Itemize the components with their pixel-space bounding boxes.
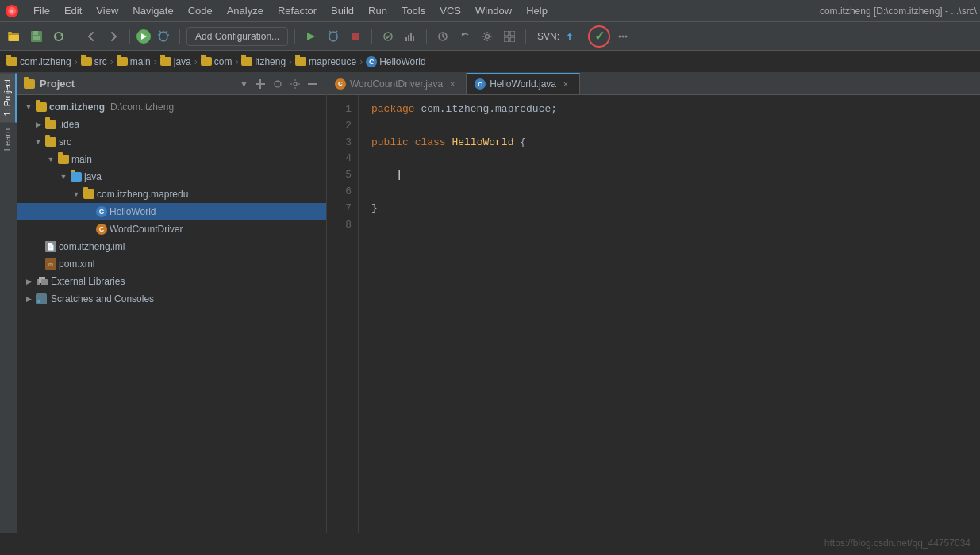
folder-icon: [36, 102, 47, 112]
open-folder-button[interactable]: [5, 27, 24, 46]
breadcrumb-src[interactable]: src: [81, 56, 107, 67]
tree-arrow: [71, 189, 81, 199]
tree-src[interactable]: src: [17, 133, 326, 151]
stop-button[interactable]: [346, 27, 365, 46]
menu-navigate[interactable]: Navigate: [126, 3, 179, 18]
menu-window[interactable]: Window: [469, 3, 518, 18]
tree-arrow: [46, 155, 56, 164]
debug-button[interactable]: [154, 27, 173, 46]
svg-point-31: [619, 35, 621, 37]
tree-wordcountdriver[interactable]: C WordCountDriver: [17, 220, 326, 238]
breadcrumb-com[interactable]: com: [201, 56, 233, 67]
breadcrumb-main[interactable]: main: [117, 56, 151, 67]
checkmark-icon: ✓: [594, 29, 605, 44]
breadcrumb-sep-3: ›: [154, 56, 157, 67]
code-line-7: }: [371, 201, 967, 217]
svg-point-33: [625, 35, 628, 37]
tree-scratches[interactable]: Scratches and Consoles: [17, 290, 326, 308]
add-configuration-button[interactable]: Add Configuration...: [186, 27, 288, 46]
breadcrumb-sep-1: ›: [75, 56, 78, 67]
tab-label: WordCountDriver.java: [350, 78, 443, 90]
separator-6: [426, 29, 427, 44]
project-tab[interactable]: 1: Project: [0, 73, 17, 122]
tab-class-icon: C: [335, 78, 346, 90]
sidebar-minimize-button[interactable]: [306, 77, 320, 91]
tree-main[interactable]: main: [17, 151, 326, 168]
tree-iml[interactable]: 📄 com.itzheng.iml: [17, 238, 326, 255]
forward-button[interactable]: [104, 27, 123, 46]
sidebar-header: Project ▼: [17, 73, 326, 95]
tree-helloworld[interactable]: C HelloWorld: [17, 203, 326, 220]
tree-src-label: src: [59, 136, 71, 147]
menu-edit[interactable]: Edit: [58, 3, 88, 18]
svn-update-button[interactable]: [563, 27, 582, 46]
run-config-button[interactable]: [302, 27, 321, 46]
xml-icon: m: [45, 258, 56, 270]
code-line-5: [371, 167, 967, 184]
tree-pomxml[interactable]: m pom.xml: [17, 255, 326, 273]
svg-marker-9: [141, 33, 147, 40]
tree-root[interactable]: com.itzheng D:\com.itzheng: [17, 98, 326, 116]
menu-code[interactable]: Code: [182, 3, 219, 18]
separator-7: [525, 29, 526, 44]
menu-help[interactable]: Help: [520, 3, 554, 18]
svn-commit-button[interactable]: ✓: [588, 25, 610, 48]
save-button[interactable]: [27, 27, 46, 46]
run-button[interactable]: [136, 29, 151, 44]
sidebar-dropdown-icon[interactable]: ▼: [240, 79, 248, 89]
svn-more-button[interactable]: [613, 27, 632, 46]
tree-external-libs[interactable]: External Libraries: [17, 273, 326, 290]
code-line-3: public class HelloWorld {: [371, 135, 967, 151]
back-button[interactable]: [82, 27, 101, 46]
svg-point-43: [37, 300, 40, 303]
tree-mapreduce[interactable]: com.itzheng.mapredu: [17, 186, 326, 203]
breadcrumb-mapreduce[interactable]: mapreduce: [295, 56, 356, 67]
tree-arrow: [33, 120, 43, 129]
project-structure-button[interactable]: [500, 27, 519, 46]
breadcrumb-itzheng[interactable]: itzheng: [241, 56, 286, 67]
breadcrumb-java[interactable]: java: [160, 56, 191, 67]
reload-button[interactable]: [49, 27, 68, 46]
tab-helloworld[interactable]: C HelloWorld.java ×: [467, 73, 580, 94]
profiler-button[interactable]: [401, 27, 420, 46]
menu-refactor[interactable]: Refactor: [271, 3, 323, 18]
breadcrumb-com-itzheng[interactable]: com.itzheng: [6, 56, 71, 67]
undo-button[interactable]: [455, 27, 475, 46]
learn-tab[interactable]: Learn: [0, 122, 17, 157]
code-content[interactable]: package com.itzheng.mapreduce; public cl…: [359, 95, 980, 533]
sidebar-settings-button[interactable]: [288, 77, 302, 91]
tab-close-wordcount[interactable]: ×: [447, 78, 458, 90]
line-numbers: 1 2 3 4 5 6 7 8: [327, 95, 359, 533]
sidebar-add-button[interactable]: [253, 77, 267, 91]
svg-point-32: [622, 35, 625, 37]
history-button[interactable]: [433, 27, 452, 46]
code-editor[interactable]: 1 2 3 4 5 6 7 8 package com.itzheng.mapr…: [327, 95, 980, 533]
menu-file[interactable]: File: [27, 3, 56, 18]
tree-main-label: main: [71, 154, 92, 165]
run-debug-config-button[interactable]: [324, 27, 343, 46]
settings-button[interactable]: [478, 27, 497, 46]
menu-analyze[interactable]: Analyze: [221, 3, 270, 18]
class-icon-orange: C: [96, 224, 107, 235]
menu-view[interactable]: View: [90, 3, 125, 18]
folder-icon: [45, 137, 56, 147]
folder-icon: [58, 155, 69, 164]
coverage-button[interactable]: [379, 27, 398, 46]
sidebar-scroll-button[interactable]: [271, 77, 285, 91]
tree-java[interactable]: java: [17, 168, 326, 186]
code-line-6: [371, 184, 967, 201]
tree-idea[interactable]: .idea: [17, 116, 326, 133]
breadcrumb-sep-6: ›: [289, 56, 292, 67]
menu-tools[interactable]: Tools: [395, 3, 432, 18]
tree-root-label: com.itzheng: [49, 101, 105, 113]
tab-wordcountdriver[interactable]: C WordCountDriver.java ×: [327, 73, 467, 94]
menu-vcs[interactable]: VCS: [433, 3, 467, 18]
menu-items: File Edit View Navigate Code Analyze Ref…: [27, 3, 820, 18]
menu-build[interactable]: Build: [325, 3, 360, 18]
separator-4: [294, 29, 295, 44]
tab-close-helloworld[interactable]: ×: [560, 78, 571, 90]
svg-rect-4: [8, 32, 12, 34]
menu-run[interactable]: Run: [362, 3, 394, 18]
breadcrumb-label: src: [94, 56, 107, 67]
breadcrumb-helloworld[interactable]: C HelloWorld: [366, 56, 425, 67]
